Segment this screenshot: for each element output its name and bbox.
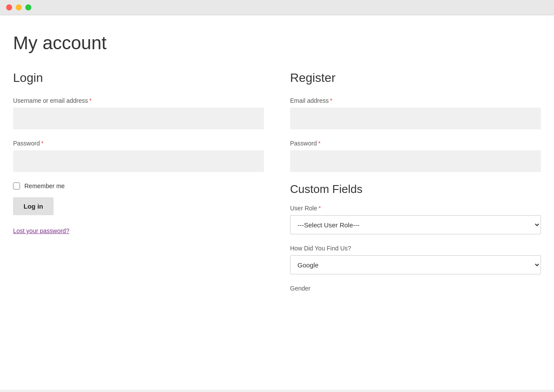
email-required-star: *	[330, 97, 332, 104]
email-label: Email address*	[290, 97, 541, 104]
gender-label: Gender	[290, 285, 541, 292]
email-input[interactable]	[290, 108, 541, 129]
user-role-label: User Role*	[290, 205, 541, 212]
user-role-form-group: User Role* ---Select User Role--- Admin …	[290, 205, 541, 234]
minimize-button[interactable]	[16, 4, 22, 10]
login-password-input[interactable]	[13, 150, 264, 172]
page-title: My account	[13, 33, 541, 54]
user-role-required-star: *	[318, 205, 321, 212]
login-button[interactable]: Log in	[13, 197, 54, 215]
remember-me-checkbox[interactable]	[13, 182, 20, 189]
username-input[interactable]	[13, 108, 264, 129]
login-password-label: Password*	[13, 140, 264, 147]
username-required-star: *	[89, 97, 91, 104]
register-password-required-star: *	[318, 140, 320, 147]
login-section: Login Username or email address* Passwor…	[13, 71, 264, 234]
register-section: Register Email address* Password* Custom…	[290, 71, 541, 302]
login-password-form-group: Password*	[13, 140, 264, 172]
window-content: My account Login Username or email addre…	[0, 15, 554, 390]
register-password-label: Password*	[290, 140, 541, 147]
username-form-group: Username or email address*	[13, 97, 264, 129]
login-password-required-star: *	[41, 140, 43, 147]
register-password-form-group: Password*	[290, 140, 541, 172]
main-columns: Login Username or email address* Passwor…	[13, 71, 541, 302]
find-us-select[interactable]: Google Facebook Twitter Friend	[290, 255, 541, 274]
login-section-title: Login	[13, 71, 264, 85]
find-us-form-group: How Did You Find Us? Google Facebook Twi…	[290, 245, 541, 274]
gender-form-group: Gender	[290, 285, 541, 292]
register-password-input[interactable]	[290, 150, 541, 172]
find-us-label: How Did You Find Us?	[290, 245, 541, 252]
lost-password-link[interactable]: Lost your password?	[13, 227, 264, 234]
user-role-select[interactable]: ---Select User Role--- Admin Editor Subs…	[290, 215, 541, 234]
custom-fields-title: Custom Fields	[290, 182, 541, 196]
maximize-button[interactable]	[25, 4, 31, 10]
email-form-group: Email address*	[290, 97, 541, 129]
remember-me-label: Remember me	[24, 182, 65, 189]
username-label: Username or email address*	[13, 97, 264, 104]
window-chrome	[0, 0, 554, 15]
register-section-title: Register	[290, 71, 541, 85]
remember-me-group: Remember me	[13, 182, 264, 189]
close-button[interactable]	[6, 4, 12, 10]
